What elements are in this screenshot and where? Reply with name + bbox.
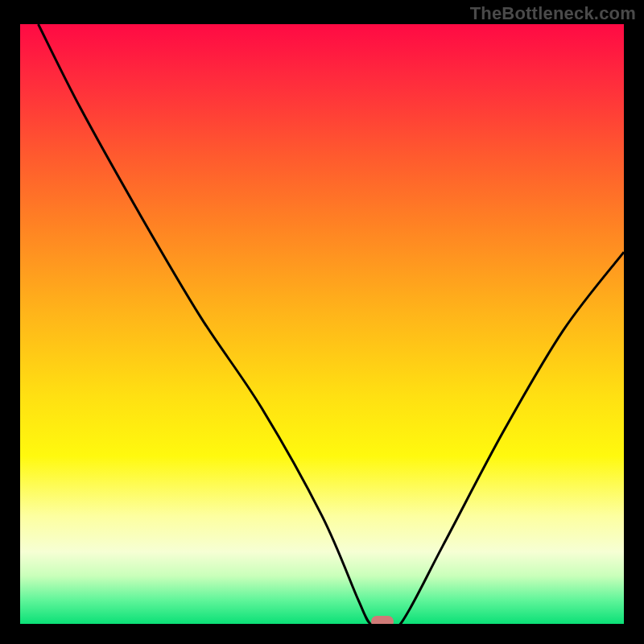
plot-area bbox=[20, 24, 624, 624]
chart-frame: TheBottleneck.com bbox=[0, 0, 644, 644]
curve-path bbox=[39, 24, 625, 624]
bottleneck-curve bbox=[20, 24, 624, 624]
optimal-marker bbox=[371, 616, 394, 624]
watermark-text: TheBottleneck.com bbox=[470, 3, 636, 24]
